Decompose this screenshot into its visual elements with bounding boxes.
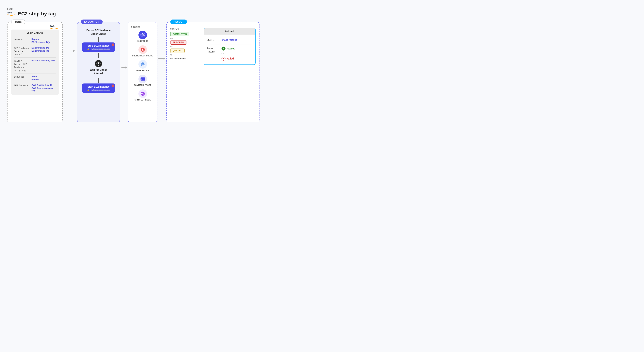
group-values-common: Region EC2 Instance ID(s): [32, 38, 50, 44]
probe-item-srm: SRM SLO PROBE: [131, 90, 154, 101]
svg-text:aws: aws: [50, 24, 54, 28]
stop-ec2-title: Stop EC2 Instance: [85, 44, 112, 47]
group-label-ec2-details: EC2 Instance Details:One Of: [14, 46, 30, 56]
probes-label: PROBES: [131, 26, 154, 28]
prometheus-probe-label: PROMETHEUS PROBE: [132, 55, 153, 57]
execution-label: EXECUTION: [81, 20, 102, 24]
link-ec2-instance-tag[interactable]: EC2 Instance Tag: [32, 50, 49, 52]
svg-line-4: [98, 64, 99, 64]
status-queued-badge: QUEUED: [170, 48, 185, 53]
output-metrics-row: Metrics chaos metrics: [207, 37, 252, 44]
execution-to-probes-arrow: [120, 67, 128, 68]
link-serial[interactable]: Serial: [32, 75, 39, 78]
status-incompleted-badge: INCOMPLETED: [170, 57, 186, 60]
input-group-filter: Filter Target EC2 Instance Using Tag Ins…: [14, 57, 56, 73]
svg-point-22: [141, 93, 142, 94]
status-column: STATUS COMPLETED OR ERRORED OR QUEUED OR…: [170, 28, 199, 65]
page-header: Fault aws EC2 stop by tag: [7, 7, 637, 17]
output-card: Output Metrics chaos metrics Probe Resul…: [204, 28, 256, 65]
result-section: RESULT STATUS COMPLETED OR ERRORED OR QU…: [166, 22, 260, 122]
probe-results-values: ✓ Passed OR ✕ Failed: [222, 46, 235, 60]
arrow-line3: [160, 58, 164, 59]
stop-ec2-sub: 🔒 Privilege access required: [85, 48, 112, 50]
link-ec2-instance-ids[interactable]: EC2 Instance ID(s): [32, 41, 50, 44]
or-3: OR: [170, 54, 199, 56]
wait-chaos-block: Wait for ChaosInterval: [90, 58, 107, 77]
metrics-label: Metrics: [207, 38, 220, 42]
metrics-value: chaos metrics: [222, 38, 237, 41]
http-probe-icon: [138, 60, 147, 68]
probes-to-result-arrow: [158, 58, 165, 59]
link-region[interactable]: Region: [32, 38, 50, 40]
output-probe-results-row: Probe Results ✓ Passed OR ✕ Failed: [207, 45, 252, 62]
status-errored-badge: ERRORED: [170, 40, 186, 44]
link-parallel[interactable]: Parallel: [32, 78, 39, 81]
stop-ec2-box: Stop EC2 Instance 🔒 Privilege access req…: [82, 42, 115, 52]
wait-chaos-label: Wait for ChaosInterval: [90, 68, 107, 75]
probes-section: PROBES K8S PROBE: [128, 22, 158, 122]
status-completed-badge: COMPLETED: [170, 32, 189, 36]
aws-logo-icon: aws: [7, 11, 16, 17]
srm-probe-label: SRM SLO PROBE: [134, 99, 150, 101]
failed-label: Failed: [226, 57, 234, 60]
tune-label: TUNE: [11, 20, 25, 24]
lock2-icon: 🔒: [87, 89, 89, 91]
fault-label: Fault: [7, 7, 637, 10]
group-label-aws-secrets: AWS Secrets: [14, 84, 30, 92]
failed-item: ✕ Failed: [222, 56, 235, 60]
user-inputs-title: User Inputs: [14, 31, 56, 34]
link-ec2-instance-ids-detail[interactable]: EC2 Instance IDs: [32, 46, 49, 49]
prometheus-probe-icon: [138, 45, 147, 54]
svg-text:aws: aws: [7, 11, 12, 14]
http-probe-label: HTTP PROBE: [136, 70, 149, 72]
link-aws-secret-key[interactable]: AWS Secrete Access Key: [32, 87, 56, 92]
group-label-common: Common: [14, 38, 30, 44]
start-ec2-title: Start EC2 Instance: [85, 85, 112, 88]
check-icon: ✓: [222, 46, 226, 50]
group-values-ec2-details: EC2 Instance IDs EC2 Instance Tag: [32, 46, 49, 56]
aws-logo-tune-icon: aws: [50, 24, 59, 31]
input-group-sequence: Sequence Serial Parallel: [14, 73, 56, 82]
stop-box-corner-icon: [112, 44, 114, 46]
start-box-corner-icon: [112, 84, 114, 87]
command-probe-label: COMMAND PROBE: [134, 84, 151, 86]
or-2: OR: [170, 46, 199, 48]
tune-to-execution-arrow: [63, 51, 77, 51]
link-instance-affecting-perc[interactable]: Instance Affecting Perc: [32, 59, 55, 62]
main-flow: TUNE aws User Inputs Common Region EC2 I…: [7, 22, 637, 122]
or-probe: OR: [222, 52, 235, 55]
group-label-filter: Filter Target EC2 Instance Using Tag: [14, 59, 30, 72]
link-aws-access-key[interactable]: AWS Access Key ID: [32, 84, 56, 86]
execution-section: EXECUTION Derive EC2 instanceunder Chaos…: [77, 22, 120, 122]
probe-item-command: >_ COMMAND PROBE: [131, 75, 154, 86]
input-group-aws-secrets: AWS Secrets AWS Access Key ID AWS Secret…: [14, 82, 56, 93]
stop-ec2-access-text: Privilege access required: [90, 48, 110, 50]
or-1: OR: [170, 37, 199, 40]
probe-item-prometheus: PROMETHEUS PROBE: [131, 45, 154, 57]
exec-content: Derive EC2 instanceunder Chaos Stop EC2 …: [81, 29, 116, 93]
x-icon: ✕: [222, 56, 226, 60]
probe-item-k8s: K8S PROBE: [131, 31, 154, 42]
user-inputs-card: User Inputs Common Region EC2 Instance I…: [11, 30, 59, 95]
arrow-line: [64, 51, 75, 51]
k8s-probe-label: K8S PROBE: [137, 40, 148, 42]
k8s-probe-icon: [138, 31, 147, 39]
result-content: STATUS COMPLETED OR ERRORED OR QUEUED OR…: [170, 28, 256, 65]
page-title: aws EC2 stop by tag: [7, 11, 637, 17]
passed-label: Passed: [226, 47, 235, 50]
clock-icon: [95, 60, 102, 67]
output-header: Output: [204, 28, 255, 34]
svg-text:>_: >_: [141, 78, 143, 80]
arrow-circle-icon: [121, 67, 122, 68]
input-group-ec2-details: EC2 Instance Details:One Of EC2 Instance…: [14, 44, 56, 57]
group-values-filter: Instance Affecting Perc: [32, 59, 55, 72]
start-ec2-box: Start EC2 Instance 🔒 Privilege access re…: [82, 84, 115, 93]
input-group-common: Common Region EC2 Instance ID(s): [14, 36, 56, 44]
group-values-aws-secrets: AWS Access Key ID AWS Secrete Access Key: [32, 84, 56, 92]
srm-probe-icon: [138, 90, 147, 98]
passed-item: ✓ Passed: [222, 46, 235, 50]
lock-icon: 🔒: [87, 48, 89, 50]
output-body: Metrics chaos metrics Probe Results ✓ Pa…: [204, 34, 255, 64]
start-ec2-access-text: Privilege access required: [90, 89, 110, 91]
title-text: EC2 stop by tag: [18, 11, 56, 17]
